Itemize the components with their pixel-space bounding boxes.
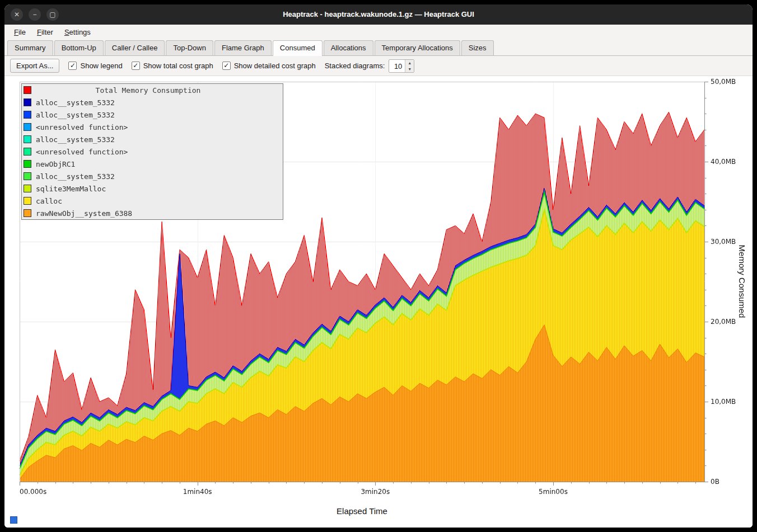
x-axis-title: Elapsed Time	[4, 506, 719, 516]
stacked-diagrams-spinner[interactable]: 10 ▴ ▾	[389, 59, 414, 73]
menu-settings[interactable]: Settings	[59, 26, 96, 38]
chart-corner-icon	[10, 516, 17, 524]
check-icon: ✓	[132, 62, 140, 70]
legend-color-swatch	[24, 98, 31, 106]
spinner-arrows[interactable]: ▴ ▾	[405, 60, 414, 72]
chart-bottom-row: Elapsed Time	[4, 501, 753, 528]
tab-bottom-up[interactable]: Bottom-Up	[54, 40, 104, 55]
tab-top-down[interactable]: Top-Down	[166, 40, 213, 55]
legend-color-swatch	[24, 148, 31, 156]
check-icon: ✓	[68, 62, 77, 70]
tabbar: Summary Bottom-Up Caller / Callee Top-Do…	[4, 39, 753, 56]
chart-area: Total Memory Consumption alloc__system_5…	[4, 76, 753, 528]
menubar: File Filter Settings	[4, 25, 753, 39]
legend-label: newObjRC1	[36, 160, 75, 168]
legend-item: alloc__system_5332	[22, 133, 283, 145]
tab-consumed[interactable]: Consumed	[273, 40, 323, 56]
legend-item: alloc__system_5332	[22, 96, 283, 109]
legend-label: sqlite3MemMalloc	[36, 185, 106, 193]
stacked-diagrams-label: Stacked diagrams:	[325, 62, 385, 70]
legend-label: <unresolved function>	[36, 148, 128, 156]
menu-file[interactable]: File	[9, 26, 31, 38]
titlebar: ✕ − ▢ Heaptrack - heaptrack.wakunode.1.g…	[4, 4, 753, 25]
show-legend-label: Show legend	[80, 62, 122, 70]
close-button[interactable]: ✕	[11, 8, 23, 21]
tab-summary[interactable]: Summary	[7, 40, 53, 55]
show-total-cost-checkbox[interactable]: ✓ Show total cost graph	[132, 62, 213, 70]
legend-label: alloc__system_5332	[36, 135, 115, 144]
show-detailed-cost-label: Show detailed cost graph	[234, 62, 316, 70]
legend-label: alloc__system_5332	[36, 172, 115, 181]
export-as-button[interactable]: Export As...	[10, 59, 59, 73]
maximize-button[interactable]: ▢	[46, 8, 59, 21]
maximize-icon: ▢	[49, 11, 55, 18]
tab-flame-graph[interactable]: Flame Graph	[214, 40, 272, 55]
tab-caller-callee[interactable]: Caller / Callee	[105, 40, 165, 55]
legend-color-swatch	[24, 160, 31, 168]
spinner-up-icon[interactable]: ▴	[405, 60, 414, 66]
check-icon: ✓	[222, 62, 231, 70]
legend-color-swatch	[24, 135, 31, 143]
legend-color-swatch	[24, 197, 31, 205]
legend-item: <unresolved function>	[22, 145, 283, 158]
window-title: Heaptrack - heaptrack.wakunode.1.gz — He…	[4, 4, 753, 25]
spinner-down-icon[interactable]: ▾	[405, 66, 414, 72]
tab-temporary-allocations[interactable]: Temporary Allocations	[375, 40, 460, 55]
chart-legend: Total Memory Consumption alloc__system_5…	[21, 83, 283, 220]
legend-item: calloc	[22, 195, 283, 207]
chart-legend-entries: alloc__system_5332alloc__system_5332<unr…	[22, 96, 283, 219]
legend-item: sqlite3MemMalloc	[22, 182, 283, 195]
legend-title-swatch	[24, 86, 31, 94]
legend-item: newObjRC1	[22, 158, 283, 170]
stacked-diagrams-group: Stacked diagrams: 10 ▴ ▾	[325, 59, 415, 73]
show-total-cost-label: Show total cost graph	[143, 62, 213, 70]
legend-item: <unresolved function>	[22, 121, 283, 133]
legend-title: Total Memory Consumption	[36, 86, 283, 95]
stacked-diagrams-value: 10	[389, 60, 405, 72]
legend-color-swatch	[24, 123, 31, 131]
legend-label: alloc__system_5332	[36, 111, 115, 119]
legend-color-swatch	[24, 209, 31, 217]
legend-color-swatch	[24, 185, 31, 192]
legend-label: calloc	[36, 197, 62, 205]
legend-label: alloc__system_5332	[36, 98, 115, 107]
show-legend-checkbox[interactable]: ✓ Show legend	[68, 62, 122, 70]
tab-sizes[interactable]: Sizes	[461, 40, 494, 55]
legend-item: rawNewObj__system_6388	[22, 207, 283, 219]
close-icon: ✕	[14, 11, 20, 18]
legend-color-swatch	[24, 111, 31, 119]
minimize-icon: −	[32, 11, 36, 18]
menu-filter[interactable]: Filter	[32, 26, 58, 38]
heaptrack-window: ✕ − ▢ Heaptrack - heaptrack.wakunode.1.g…	[4, 4, 753, 528]
legend-item: alloc__system_5332	[22, 109, 283, 121]
show-detailed-cost-checkbox[interactable]: ✓ Show detailed cost graph	[222, 62, 316, 70]
legend-title-row: Total Memory Consumption	[22, 84, 283, 96]
legend-label: <unresolved function>	[36, 123, 128, 131]
y-axis-title: Memory Consumed	[737, 245, 747, 318]
titlebar-buttons: ✕ − ▢	[11, 8, 59, 21]
legend-color-swatch	[24, 172, 31, 180]
tab-allocations[interactable]: Allocations	[324, 40, 373, 55]
toolbar: Export As... ✓ Show legend ✓ Show total …	[4, 56, 753, 76]
legend-item: alloc__system_5332	[22, 170, 283, 182]
legend-label: rawNewObj__system_6388	[36, 209, 132, 218]
minimize-button[interactable]: −	[29, 8, 41, 21]
